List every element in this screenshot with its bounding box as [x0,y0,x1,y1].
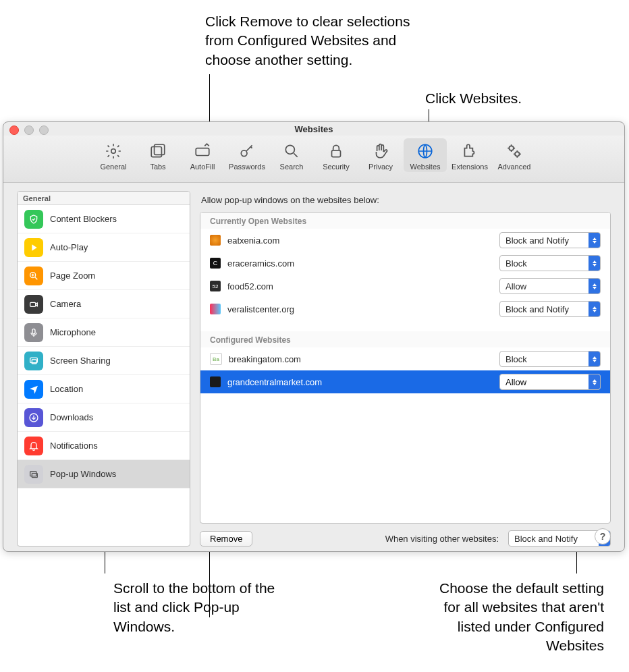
remove-button[interactable]: Remove [200,531,252,547]
tab-autofill[interactable]: AutoFill [181,138,224,172]
website-row[interactable]: C eraceramics.com Block [200,252,610,275]
sidebar-item-camera[interactable]: Camera [18,290,190,318]
sidebar-section-header: General [18,192,190,205]
chevron-updown-icon [589,233,600,248]
callout-remove: Click Remove to clear selections from Co… [205,12,435,69]
sidebar-item-label: Pop-up Windows [50,469,116,479]
section-header-configured: Configured Websites [200,331,610,347]
callout-websites: Click Websites. [425,89,574,108]
permission-select[interactable]: Allow [499,374,601,390]
sidebar-item-page-zoom[interactable]: Page Zoom [18,262,190,290]
sidebar-item-screen-sharing[interactable]: Screen Sharing [18,347,190,375]
chevron-updown-icon [589,352,600,366]
lock-icon [326,141,346,161]
gear-icon [103,141,124,161]
website-row[interactable]: Ba breakingatom.com Block [200,347,610,370]
svg-rect-6 [332,150,341,157]
website-domain: breakingatom.com [229,354,499,364]
favicon [210,304,221,314]
website-row[interactable]: eatxenia.com Block and Notify [200,229,610,252]
sidebar-item-location[interactable]: Location [18,375,190,403]
tab-label: Websites [410,163,440,171]
search-icon [281,141,302,161]
website-domain: grandcentralmarket.com [227,377,499,387]
tab-advanced[interactable]: Advanced [493,138,536,172]
puzzle-icon [460,141,480,161]
globe-icon [415,141,435,161]
tab-label: Privacy [368,163,393,171]
tab-general[interactable]: General [92,138,135,172]
sidebar-item-notifications[interactable]: Notifications [18,432,190,460]
svg-point-8 [509,146,514,150]
tab-privacy[interactable]: Privacy [359,138,402,172]
sidebar-item-popup-windows[interactable]: Pop-up Windows [18,460,190,488]
website-row[interactable]: veralistcenter.org Block and Notify [200,298,610,320]
permission-select[interactable]: Allow [499,278,601,294]
website-domain: food52.com [227,281,499,291]
svg-rect-2 [155,144,165,155]
website-list: Currently Open Websites eatxenia.com Blo… [200,212,611,524]
svg-rect-16 [30,472,36,476]
tab-label: Tabs [150,163,165,171]
window-title: Websites [3,124,624,134]
screen-icon [24,352,43,370]
svg-rect-1 [151,147,161,157]
favicon [210,376,221,387]
tab-label: Extensions [452,163,488,171]
callout-default: Choose the default setting for all websi… [429,579,604,655]
website-row[interactable]: grandcentralmarket.com Allow [200,370,610,393]
mic-icon [24,323,43,342]
zoom-icon [24,267,43,285]
tab-websites[interactable]: Websites [404,138,447,172]
favicon [210,235,221,246]
titlebar: Websites [3,122,624,136]
location-icon [24,380,43,399]
help-button[interactable]: ? [595,528,611,544]
preferences-toolbar: General Tabs AutoFill Passwords Search S… [3,136,624,183]
svg-point-0 [111,149,116,154]
website-domain: veralistcenter.org [227,304,499,314]
tab-search[interactable]: Search [270,138,313,172]
sidebar-item-label: Screen Sharing [50,356,111,366]
sidebar-item-auto-play[interactable]: Auto-Play [18,233,190,262]
camera-icon [24,295,43,314]
sidebar-item-label: Location [50,384,83,394]
sidebar-item-label: Auto-Play [50,242,88,252]
svg-rect-11 [30,302,36,306]
permission-select[interactable]: Block [499,255,601,271]
svg-point-9 [515,152,520,157]
tab-passwords[interactable]: Passwords [225,138,269,172]
tab-label: Security [323,163,350,171]
svg-point-4 [241,150,247,157]
permission-select[interactable]: Block and Notify [499,301,601,317]
sidebar-item-content-blockers[interactable]: Content Blockers [18,205,190,233]
panel-footer: Remove When visiting other websites: Blo… [200,530,611,547]
preferences-window: Websites General Tabs AutoFill Passwords… [3,121,625,552]
settings-panel: Allow pop-up windows on the websites bel… [200,191,611,547]
bell-icon [24,437,43,455]
sidebar: General Content Blockers Auto-Play Page … [17,191,190,547]
tab-extensions[interactable]: Extensions [448,138,491,172]
tab-security[interactable]: Security [314,138,358,172]
sidebar-item-downloads[interactable]: Downloads [18,403,190,432]
website-domain: eraceramics.com [227,258,499,269]
website-domain: eatxenia.com [227,235,499,246]
sidebar-item-microphone[interactable]: Microphone [18,318,190,347]
favicon: C [210,258,221,269]
chevron-updown-icon [589,374,600,389]
website-row[interactable]: 52 food52.com Allow [200,275,610,298]
tab-label: Advanced [498,163,531,171]
permission-select[interactable]: Block and Notify [499,232,601,248]
chevron-updown-icon [589,279,600,293]
tab-label: Passwords [229,163,265,171]
sidebar-item-label: Page Zoom [50,271,95,281]
svg-point-5 [285,145,294,154]
permission-select[interactable]: Block [499,351,601,367]
shield-icon [24,210,43,229]
hand-icon [371,141,391,161]
favicon: 52 [210,281,221,291]
tab-label: AutoFill [190,163,215,171]
section-header-open: Currently Open Websites [200,213,610,229]
tab-tabs[interactable]: Tabs [136,138,180,172]
sidebar-item-label: Downloads [50,412,93,422]
